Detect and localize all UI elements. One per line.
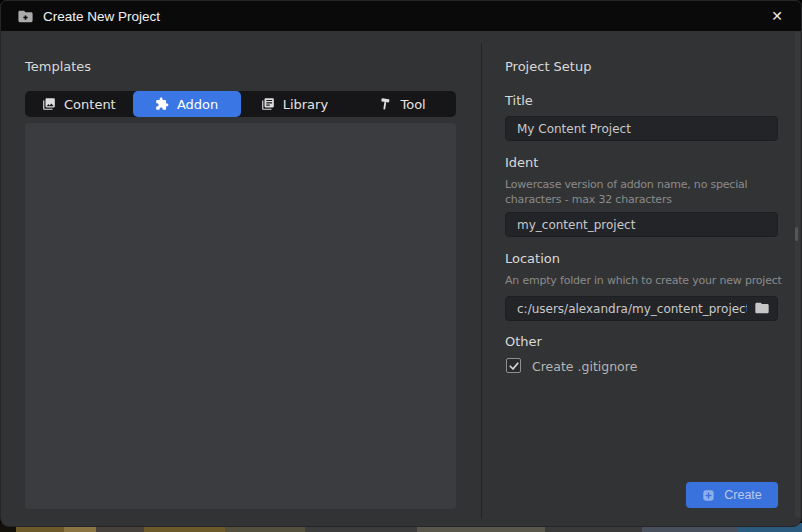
close-icon[interactable]: ✕ [763,2,791,30]
tab-addon-label: Addon [177,97,218,112]
create-button-label: Create [724,488,762,502]
location-help-text: An empty folder in which to create your … [505,273,785,288]
other-label: Other [505,334,542,349]
template-list-empty[interactable] [25,123,456,509]
books-icon [261,97,275,111]
tab-addon[interactable]: Addon [133,91,241,117]
create-button[interactable]: Create [686,482,778,508]
tab-content[interactable]: Content [25,91,133,117]
panel-divider [481,43,482,519]
location-input[interactable] [505,296,778,321]
gitignore-checkbox[interactable] [506,358,521,373]
add-box-icon [702,489,715,502]
photos-icon [42,97,56,111]
tab-content-label: Content [64,97,116,112]
check-icon [508,360,520,372]
scrollbar-track[interactable] [795,32,800,517]
templates-heading: Templates [25,59,91,74]
puzzle-icon [155,97,169,111]
scrollbar-thumb[interactable] [795,227,798,241]
title-label: Title [505,93,533,108]
tab-library-label: Library [283,97,328,112]
ident-help-text: Lowercase version of addon name, no spec… [505,177,785,207]
browse-folder-icon[interactable] [753,300,771,316]
location-label: Location [505,251,560,266]
tab-tool-label: Tool [400,97,425,112]
gitignore-label: Create .gitignore [532,359,637,374]
create-new-project-dialog: Create New Project ✕ Templates Content A… [0,0,802,527]
tab-library[interactable]: Library [241,91,349,117]
titlebar: Create New Project ✕ [1,1,801,31]
window-title: Create New Project [43,9,160,24]
new-project-folder-icon [17,8,34,25]
project-setup-heading: Project Setup [505,59,591,74]
tab-tool[interactable]: Tool [348,91,456,117]
hammer-icon [378,97,392,111]
template-type-tabbar: Content Addon Library Tool [25,91,456,117]
ident-label: Ident [505,155,538,170]
title-input[interactable] [505,116,778,141]
ident-input[interactable] [505,212,778,237]
